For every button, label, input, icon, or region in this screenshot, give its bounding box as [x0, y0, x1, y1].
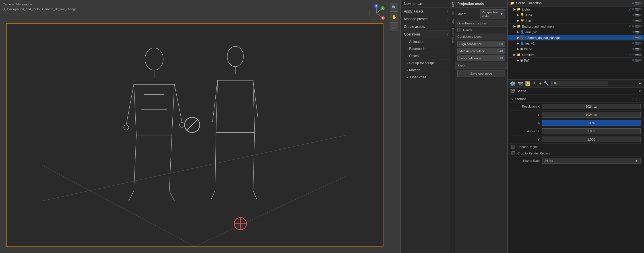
high-confidence-row[interactable]: High confidence 0.80 — [457, 41, 505, 47]
svg-line-16 — [126, 84, 134, 125]
side-tab-tool[interactable]: Tool — [450, 9, 455, 17]
aspect-y-row: Y 1.000 — [510, 135, 642, 144]
submenu-basemesh[interactable]: › Basemesh — [401, 45, 455, 53]
lea-label: lea_v2 — [525, 42, 534, 45]
sc-lea-v2[interactable]: ▶ 👤 lea_v2 👁 📷 ☑ — [508, 41, 644, 46]
props-view-icon[interactable]: 👁 — [532, 81, 537, 86]
low-confidence-row[interactable]: Low confidence 0.10 — [457, 55, 505, 61]
hand-tool-button[interactable]: ✋ — [390, 13, 398, 21]
svg-line-24 — [169, 191, 174, 201]
res-y-value[interactable]: 1024 px — [542, 112, 641, 118]
sc-arne-v2[interactable]: ▶ 👤 arne_v2 👁 📷 ☑ — [508, 29, 644, 35]
sun-expand: ▶ — [517, 19, 519, 22]
camera-icon: 📷 — [520, 36, 524, 39]
menu-item-operations[interactable]: Operations ⋮⋮ — [401, 31, 455, 38]
res-x-value[interactable]: 1024 px — [542, 104, 641, 109]
render-icon: 📷 — [635, 2, 639, 5]
submenu-openpose[interactable]: ∨ OpenPose — [401, 74, 455, 81]
hands-checkbox[interactable] — [457, 28, 461, 32]
submenu-animation[interactable]: › Animation — [401, 38, 455, 45]
properties-search[interactable] — [551, 81, 608, 86]
hands-row: Hands — [455, 27, 507, 34]
props-scene-icon[interactable]: ⚙️ — [510, 81, 516, 86]
menu-item-new-human[interactable]: New human ⋮⋮ — [401, 0, 455, 8]
search-tool-button[interactable]: 🔍 — [390, 3, 398, 12]
menu-item-apply-assets[interactable]: Apply assets ⋮⋮ — [401, 8, 455, 15]
openpose-label: OpenPose — [410, 75, 426, 79]
props-modifier-icon[interactable]: 🔧 — [544, 81, 550, 86]
structures-header: OpenPose structures — [455, 20, 507, 27]
submenu-material[interactable]: › Material — [401, 67, 455, 74]
svg-line-36 — [253, 80, 255, 133]
bg-expand: ▶ — [513, 24, 516, 28]
side-tab-item[interactable]: Item — [450, 0, 455, 9]
submenu-poses[interactable]: › Poses — [401, 53, 455, 60]
svg-line-40 — [211, 191, 215, 200]
sc-lights[interactable]: ▶ 📁 Lights ✓ 👁 📷 ☑ — [508, 7, 644, 12]
sc-sun[interactable]: ▶ ☀️ Sun 👁 📷 ☑ — [508, 18, 644, 24]
puff-icon: ◼ — [520, 58, 523, 62]
sc-puff[interactable]: ▶ ◼ Puff 👁 📷 ☑ — [508, 58, 644, 63]
sc-plane[interactable]: ▶ ◼ Plane 👁 📷 ☑ — [508, 46, 644, 52]
collection-icon: 📁 — [510, 1, 514, 5]
menu-item-create-assets[interactable]: Create assets ⋮⋮ — [401, 23, 455, 31]
manage-presets-label: Manage presets — [404, 17, 428, 21]
props-render-icon[interactable]: 📷 — [517, 81, 523, 86]
basemesh-arrow: › — [407, 47, 408, 51]
scene-label: Scene — [517, 89, 526, 93]
side-tab-view[interactable]: View — [450, 17, 455, 26]
aspect-y-value[interactable]: 1.000 — [542, 137, 641, 142]
viewport-subtitle: (1) Background_and_meta | Camera_do_not_… — [3, 7, 77, 12]
aspect-x-value[interactable]: 1.000 — [542, 128, 641, 134]
viewport-tools: 🔍 ✋ 🎥 — [390, 3, 398, 31]
lights-label: Lights — [522, 8, 530, 11]
sun-icon: ☀️ — [520, 19, 524, 22]
plane-expand: ▶ — [517, 47, 519, 51]
arne-expand: ▶ — [517, 30, 519, 34]
format-label: Format — [515, 97, 526, 101]
sc-furniture[interactable]: ▶ 📁 Furniture ✓ 👁 📷 ☑ — [508, 52, 644, 58]
svg-point-13 — [145, 48, 163, 70]
camera-label: Camera_do_not_change — [525, 36, 560, 39]
crop-check[interactable] — [511, 151, 515, 155]
area-expand: ▶ — [517, 13, 519, 17]
svg-text:X: X — [382, 17, 384, 19]
props-particle-icon[interactable]: ✦ — [538, 81, 542, 86]
format-section: ∨ Format ≡ ⋮⋮ Resolution X 1024 px Y 102… — [508, 95, 644, 166]
viewport-gizmo[interactable]: Z Y X — [366, 3, 386, 23]
scene-collection-title: Scene Collection — [516, 1, 542, 5]
res-x-label: Resolution X — [511, 105, 540, 108]
format-header[interactable]: ∨ Format ≡ ⋮⋮ — [510, 96, 642, 103]
sc-area[interactable]: ▶ 💡 Area 👁 📷 ☑ — [508, 12, 644, 18]
sc-background-meta[interactable]: ▶ 📁 Background_and_meta ✓ 👁 📷 ☑ — [508, 24, 644, 29]
svg-line-12 — [195, 175, 347, 246]
medium-confidence-row[interactable]: Medium confidenc 0.40 — [457, 48, 505, 54]
props-output-icon[interactable]: 🖼️ — [525, 81, 531, 86]
frame-rate-select[interactable]: 24 fps ▼ — [542, 158, 641, 164]
camera-tool-button[interactable]: 🎥 — [390, 22, 398, 31]
openpose-panel: Projection mode Mode: Perspective proj..… — [455, 0, 507, 253]
save-openpose-button[interactable]: Save openpose — [457, 70, 505, 77]
res-pct-value[interactable]: 100% — [542, 120, 641, 126]
sculpt-label: Set up for sculpt — [409, 61, 434, 65]
props-collapse-icon[interactable]: ▼ — [638, 81, 642, 86]
sc-camera[interactable]: ▶ 📷 Camera_do_not_change 👁 📷 ☑ — [508, 35, 644, 41]
menu-item-manage-presets[interactable]: Manage presets ⋮⋮ — [401, 15, 455, 23]
aspect-y-label: Y — [511, 138, 540, 141]
poses-arrow: › — [407, 55, 408, 58]
export-header: Export — [455, 62, 507, 69]
svg-text:Y: Y — [382, 7, 383, 10]
format-list-icon: ≡ — [632, 98, 634, 101]
res-pct-label: % — [511, 121, 540, 125]
viewport: Camera Orthographic (1) Background_and_m… — [0, 0, 401, 253]
mode-select[interactable]: Perspective proj... ▼ — [480, 9, 505, 18]
confidence-header: Confidence levels — [455, 34, 507, 40]
hands-label: Hands — [463, 28, 505, 32]
lea-expand: ▶ — [517, 41, 519, 45]
render-region-check[interactable] — [511, 145, 515, 149]
submenu-set-up-for-sculpt[interactable]: › Set up for sculpt — [401, 60, 455, 67]
sc-header-icons: 👁 📷 ☑ — [632, 2, 642, 5]
side-tab-mpfb[interactable]: MPFB V2.0-84 — [450, 26, 455, 45]
bg-label: Background_and_meta — [522, 25, 554, 28]
camera-expand: ▶ — [517, 36, 519, 39]
